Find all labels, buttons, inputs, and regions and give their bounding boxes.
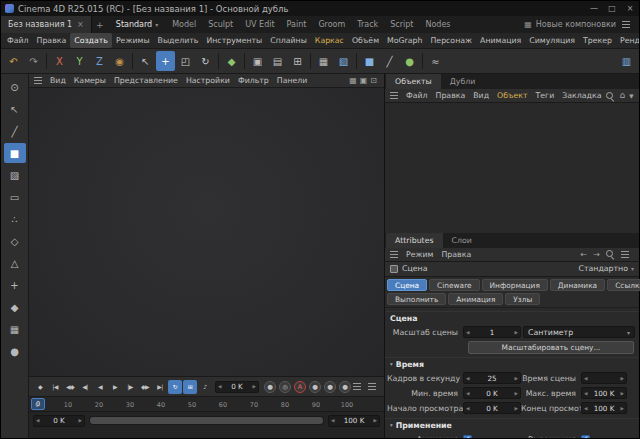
viewport-menu-item[interactable]: Настройки: [182, 73, 234, 88]
next-key-button[interactable]: ◆▶: [138, 380, 152, 394]
attr-section-tab[interactable]: Узлы: [505, 293, 540, 305]
collapse-icon[interactable]: ▾: [390, 422, 393, 428]
brush-tool-icon[interactable]: ╱: [4, 121, 26, 141]
spinner-value[interactable]: 100 K: [589, 404, 618, 413]
polygons-mode-icon[interactable]: △: [4, 253, 26, 273]
edges-mode-icon[interactable]: ◇: [4, 231, 26, 251]
range-end-spinner[interactable]: ◀ 100 K ▶: [328, 415, 380, 427]
fcurve-menu-icon[interactable]: [368, 383, 376, 390]
layout-preset[interactable]: Sculpt: [202, 20, 239, 29]
spinner-decrement-icon[interactable]: ◀: [329, 418, 336, 423]
spinner-value[interactable]: 100 K: [589, 389, 618, 398]
redo-icon[interactable]: ↷: [24, 51, 43, 71]
value-spinner[interactable]: ◀25▶: [463, 372, 521, 384]
timeline-ruler[interactable]: 0 0102030405060708090100: [29, 397, 384, 412]
menu-item[interactable]: MoGraph: [383, 33, 426, 48]
om-menu-item[interactable]: Вид: [469, 88, 493, 103]
next-frame-button[interactable]: |▶: [123, 380, 137, 394]
axis-x-lock-icon[interactable]: X: [50, 51, 69, 71]
last-tool-icon[interactable]: ◆: [222, 51, 241, 71]
enable-axis-icon[interactable]: +: [4, 275, 26, 295]
move-tool-icon[interactable]: +: [156, 51, 175, 71]
layouts-menu-icon[interactable]: [622, 21, 630, 28]
current-frame-spinner[interactable]: ◀ 0 K ▶: [215, 381, 259, 393]
workplane-icon[interactable]: ▧: [334, 51, 353, 71]
scale-tool-icon[interactable]: ◰: [176, 51, 195, 71]
om-menu-item[interactable]: Теги: [532, 88, 559, 103]
render-picture-icon[interactable]: ▤: [268, 51, 287, 71]
attributes-options-icon[interactable]: [621, 251, 629, 258]
goto-end-button[interactable]: ▶|: [153, 380, 167, 394]
spinner-increment-icon[interactable]: ▶: [513, 406, 520, 411]
sound-button[interactable]: ♪: [198, 380, 212, 394]
attr-menu-item[interactable]: Правка: [437, 247, 475, 262]
cube-primitive-icon[interactable]: ■: [360, 51, 379, 71]
range-end-value[interactable]: 100 K: [336, 416, 371, 425]
play-button[interactable]: ▶: [108, 380, 122, 394]
spinner-increment-icon[interactable]: ▶: [513, 376, 520, 381]
spinner-increment-icon[interactable]: ▶: [619, 406, 626, 411]
layout-preset[interactable]: UV Edit: [239, 20, 280, 29]
selection-tool-icon[interactable]: ↖: [4, 99, 26, 119]
spinner-decrement-icon[interactable]: ◀: [464, 406, 471, 411]
spinner-value[interactable]: 0 K: [471, 389, 512, 398]
menu-item[interactable]: Сплайны: [266, 33, 311, 48]
value-spinner[interactable]: ◀100 K▶: [581, 402, 627, 414]
spinner-decrement-icon[interactable]: ◀: [582, 406, 589, 411]
pen-tool-icon[interactable]: ╱: [380, 51, 399, 71]
checkbox[interactable]: ✓: [581, 435, 590, 439]
menu-item[interactable]: Создать: [70, 33, 112, 48]
om-menu-item[interactable]: Объект: [493, 88, 532, 103]
render-view-icon[interactable]: ▣: [248, 51, 267, 71]
om-menu-item[interactable]: Файл: [402, 88, 432, 103]
tab-objects[interactable]: Объекты: [386, 74, 441, 89]
project-scale-value[interactable]: 1: [471, 328, 512, 337]
layouts-grid-icon[interactable]: ▦: [524, 20, 532, 29]
filter-icon[interactable]: ▼: [629, 93, 633, 99]
grid-toggle-icon[interactable]: ▦: [349, 76, 357, 85]
workplane-mode-icon[interactable]: ▭: [4, 187, 26, 207]
layout-preset[interactable]: Paint: [281, 20, 313, 29]
menu-item[interactable]: Объём: [348, 33, 383, 48]
render-safe-icon[interactable]: ▣: [360, 76, 368, 85]
coord-system-icon[interactable]: ◉: [110, 51, 129, 71]
add-tab-button[interactable]: +: [92, 20, 108, 30]
layout-preset[interactable]: Track: [351, 20, 384, 29]
layout-preset[interactable]: Script: [384, 20, 419, 29]
scale-project-button[interactable]: Масштабировать сцену...: [468, 341, 634, 354]
points-mode-icon[interactable]: ∴: [4, 209, 26, 229]
layout-preset[interactable]: Nodes: [419, 20, 456, 29]
render-settings-icon[interactable]: ⊞: [288, 51, 307, 71]
scale-unit-dropdown[interactable]: Сантиметр ▾: [523, 326, 635, 338]
record-parameters-button[interactable]: ●: [324, 381, 336, 393]
section-header-scene[interactable]: Сцена: [385, 311, 639, 325]
simulation-icon[interactable]: ≈: [426, 51, 445, 71]
attr-section-tab[interactable]: Выполнить: [387, 293, 446, 305]
attr-section-tab[interactable]: Информация: [482, 279, 548, 291]
attributes-panel-menu-icon[interactable]: [390, 251, 398, 258]
quantize-icon[interactable]: ▦: [4, 319, 26, 339]
project-scale-spinner[interactable]: ◀ 1 ▶: [463, 326, 521, 338]
value-spinner[interactable]: ◀▶: [581, 372, 627, 384]
search-icon[interactable]: [605, 91, 615, 101]
search-icon[interactable]: [605, 249, 615, 259]
tab-layers[interactable]: Слои: [443, 233, 481, 248]
menu-item[interactable]: Симуляция: [525, 33, 579, 48]
solo-mode-icon[interactable]: ●: [4, 341, 26, 361]
spinner-increment-icon[interactable]: ▶: [513, 330, 520, 335]
marker-button[interactable]: ◆: [33, 380, 47, 394]
loop-mode-button[interactable]: ↻: [168, 380, 182, 394]
texture-mode-icon[interactable]: ▨: [4, 165, 26, 185]
maximize-view-icon[interactable]: ⊡: [370, 76, 377, 85]
spinner-decrement-icon[interactable]: ◀: [34, 418, 41, 423]
sphere-primitive-icon[interactable]: ●: [400, 51, 419, 71]
home-icon[interactable]: ⌂: [619, 91, 625, 100]
zoom-tool-icon[interactable]: ⊙: [4, 77, 26, 97]
prev-key-button[interactable]: ◀◆: [63, 380, 77, 394]
spinner-value[interactable]: 0 K: [471, 404, 512, 413]
layout-preset-dropdown[interactable]: Standard ▾: [108, 20, 166, 29]
value-spinner[interactable]: ◀0 K▶: [463, 387, 521, 399]
collapse-icon[interactable]: ▾: [390, 361, 393, 367]
history-back-icon[interactable]: ←: [580, 250, 589, 259]
menu-item[interactable]: Трекер: [579, 33, 616, 48]
